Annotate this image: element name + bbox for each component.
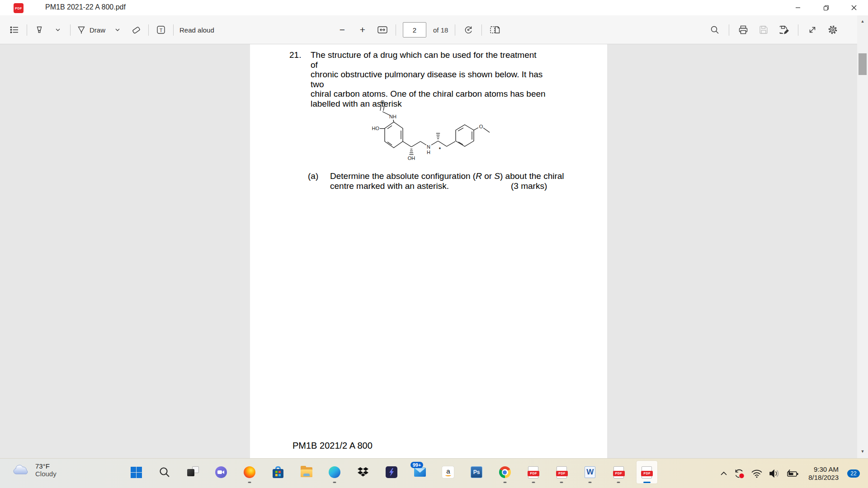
mail-button[interactable]: 99+ bbox=[410, 461, 430, 483]
chrome-button[interactable] bbox=[495, 461, 515, 483]
highlight-button[interactable] bbox=[33, 22, 46, 38]
part-a-marks: (3 marks) bbox=[511, 181, 547, 191]
taskbar-search-button[interactable] bbox=[154, 461, 175, 483]
pdf-band-label: PDF bbox=[556, 471, 568, 476]
running-indicator bbox=[503, 482, 506, 483]
scroll-down-arrow[interactable]: ▼ bbox=[857, 449, 868, 454]
start-button[interactable] bbox=[126, 461, 146, 483]
studio-app-icon bbox=[386, 466, 397, 478]
amazon-smile bbox=[445, 474, 451, 476]
highlight-options-button[interactable] bbox=[52, 22, 64, 38]
restore-button[interactable] bbox=[812, 0, 840, 15]
read-aloud-button[interactable]: Read aloud bbox=[179, 22, 214, 38]
zoom-in-button[interactable]: + bbox=[356, 22, 369, 38]
edge-button[interactable] bbox=[324, 461, 345, 483]
draw-options-button[interactable] bbox=[111, 22, 124, 38]
amazon-letter: a bbox=[446, 468, 450, 474]
config-r: R bbox=[476, 171, 482, 181]
settings-button[interactable] bbox=[826, 22, 839, 38]
part-a-label: (a) bbox=[308, 171, 318, 181]
tray-time: 9:30 AM bbox=[808, 465, 839, 474]
atom-label-h: H bbox=[427, 150, 430, 155]
running-indicator bbox=[333, 482, 336, 483]
text-tool-glyph: T bbox=[160, 28, 163, 33]
dropbox-icon bbox=[357, 467, 369, 478]
atom-label-n: N bbox=[427, 144, 430, 150]
minimize-icon bbox=[795, 5, 801, 10]
question-number: 21. bbox=[289, 50, 301, 60]
page-view-icon bbox=[490, 25, 500, 35]
toolbar-right-group bbox=[708, 15, 839, 44]
word-icon: W bbox=[585, 466, 595, 478]
minimize-button[interactable] bbox=[784, 0, 812, 15]
search-document-button[interactable] bbox=[708, 22, 721, 38]
vertical-scrollbar[interactable]: ▲ ▼ bbox=[857, 15, 868, 458]
pdf-app-2-button[interactable]: PDF bbox=[551, 461, 572, 483]
document-viewport[interactable]: 21. The structure of a drug which can be… bbox=[0, 44, 857, 458]
text-tool-icon: T bbox=[156, 25, 166, 35]
save-button[interactable] bbox=[757, 22, 770, 38]
weather-text: 73°F Cloudy bbox=[35, 462, 57, 478]
firefox-button[interactable] bbox=[239, 461, 260, 483]
tray-clock[interactable]: 9:30 AM 8/18/2023 bbox=[808, 465, 839, 482]
microsoft-store-button[interactable] bbox=[268, 461, 288, 483]
save-as-button[interactable] bbox=[778, 22, 790, 38]
dropbox-button[interactable] bbox=[353, 461, 373, 483]
tray-chevron-up-icon[interactable] bbox=[720, 471, 727, 476]
studio-app-button[interactable] bbox=[381, 461, 402, 483]
wifi-icon[interactable] bbox=[751, 469, 763, 479]
toolbar-divider bbox=[173, 24, 174, 36]
window-title: PM1B 2021-22 A 800.pdf bbox=[45, 3, 126, 11]
notification-count-badge[interactable]: 22 bbox=[847, 469, 860, 478]
close-button[interactable] bbox=[840, 0, 868, 15]
print-icon bbox=[738, 25, 748, 35]
running-indicator bbox=[589, 482, 592, 483]
toolbar-divider bbox=[729, 24, 729, 36]
draw-button[interactable]: Draw bbox=[76, 22, 105, 38]
firefox-icon bbox=[244, 466, 255, 478]
battery-charging-icon[interactable] bbox=[786, 469, 799, 479]
zoom-out-button[interactable]: − bbox=[335, 22, 349, 38]
photoshop-button[interactable]: Ps bbox=[466, 461, 487, 483]
rotate-button[interactable] bbox=[462, 22, 475, 38]
microsoft-store-icon bbox=[273, 466, 283, 478]
taskbar-weather-widget[interactable]: 73°F Cloudy bbox=[12, 462, 57, 478]
add-text-button[interactable]: T bbox=[155, 22, 167, 38]
page-number-input[interactable] bbox=[403, 22, 426, 38]
scroll-up-arrow[interactable]: ▲ bbox=[857, 19, 868, 23]
edge-icon bbox=[329, 466, 340, 478]
taskbar-icons: 99+ a Ps PDF PDF bbox=[126, 461, 657, 486]
running-indicator bbox=[617, 482, 620, 483]
volume-icon[interactable] bbox=[769, 469, 780, 479]
amazon-icon: a bbox=[442, 466, 454, 478]
table-of-contents-icon bbox=[9, 25, 19, 35]
chrome-icon bbox=[499, 466, 511, 478]
fullscreen-icon bbox=[808, 25, 817, 34]
tray-date: 8/18/2023 bbox=[808, 474, 839, 482]
question-line: The structure of a drug which can be use… bbox=[311, 50, 546, 70]
windows-logo-icon bbox=[131, 467, 142, 478]
scrollbar-thumb[interactable] bbox=[859, 53, 867, 75]
task-view-button[interactable] bbox=[183, 461, 203, 483]
contents-button[interactable] bbox=[8, 22, 21, 38]
file-explorer-button[interactable] bbox=[296, 461, 317, 483]
word-button[interactable]: W bbox=[580, 461, 600, 483]
pdf-app-active-button[interactable]: PDF bbox=[637, 461, 657, 483]
print-button[interactable] bbox=[737, 22, 750, 38]
sync-alert-icon[interactable] bbox=[733, 468, 745, 479]
fullscreen-button[interactable] bbox=[806, 22, 819, 38]
page-view-button[interactable] bbox=[489, 22, 501, 38]
part-a-text: Determine the absolute configuration ( bbox=[330, 171, 476, 181]
running-indicator bbox=[248, 482, 251, 483]
pdf-app-1-button[interactable]: PDF bbox=[523, 461, 544, 483]
erase-button[interactable] bbox=[130, 22, 142, 38]
chat-button[interactable] bbox=[211, 461, 231, 483]
pdf-band-label: PDF bbox=[528, 471, 539, 476]
running-indicator bbox=[560, 482, 563, 483]
system-tray: 9:30 AM 8/18/2023 22 bbox=[720, 459, 860, 488]
fit-to-width-button[interactable] bbox=[376, 22, 389, 38]
toolbar-divider bbox=[70, 24, 71, 36]
amazon-button[interactable]: a bbox=[438, 461, 458, 483]
pdf-app-3-button[interactable]: PDF bbox=[608, 461, 629, 483]
draw-label: Draw bbox=[90, 26, 105, 34]
